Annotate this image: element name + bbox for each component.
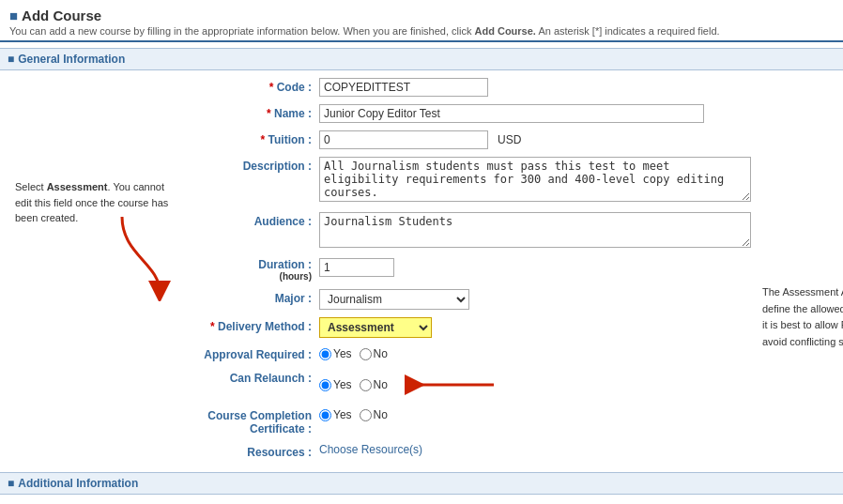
completion-label: Course Completion Certificate :: [169, 406, 319, 435]
audience-label: Audience :: [169, 212, 319, 228]
duration-row: Duration : (hours): [169, 258, 751, 282]
relaunch-label: Can Relaunch :: [169, 369, 319, 385]
collapse-icon-2[interactable]: ■: [8, 477, 14, 490]
plus-icon: ■: [9, 8, 18, 23]
page-subtitle: You can add a new course by filling in t…: [9, 25, 834, 37]
name-input-wrapper: [319, 104, 751, 123]
tuition-input-wrapper: USD: [319, 130, 751, 149]
page-title: ■ Add Course: [9, 8, 834, 23]
completion-no-label: No: [360, 408, 388, 421]
duration-input-wrapper: [319, 258, 751, 277]
relaunch-yes-label: Yes: [319, 378, 352, 391]
approval-yes-label: Yes: [319, 347, 352, 360]
description-row: Description : All Journalism students mu…: [169, 157, 751, 205]
approval-row: Approval Required : Yes No: [169, 345, 751, 361]
major-label: Major :: [169, 289, 319, 305]
relaunch-no-label: No: [360, 378, 388, 391]
name-row: * Name :: [169, 104, 751, 123]
page-wrapper: ■ Add Course You can add a new course by…: [0, 0, 843, 504]
code-input-wrapper: [319, 78, 751, 97]
relaunch-yes-radio[interactable]: [319, 379, 331, 391]
completion-yes-label: Yes: [319, 408, 352, 421]
general-info-section-header: ■ General Information: [0, 48, 843, 70]
description-label: Description :: [169, 157, 319, 173]
audience-row: Audience : Journalism Students: [169, 212, 751, 251]
audience-input-wrapper: Journalism Students: [319, 212, 751, 251]
approval-label: Approval Required :: [169, 345, 319, 361]
approval-yes-radio[interactable]: [319, 348, 331, 360]
relaunch-no-radio[interactable]: [360, 379, 372, 391]
completion-no-radio[interactable]: [360, 409, 372, 421]
resources-label: Resources :: [169, 443, 319, 459]
arrow-relaunch: [405, 371, 498, 399]
code-label: * Code :: [169, 78, 319, 94]
delivery-select[interactable]: Assessment Online Classroom Blended: [319, 317, 432, 338]
duration-input[interactable]: [319, 258, 394, 277]
major-row: Major : Journalism English Communication…: [169, 289, 751, 310]
right-annotation: The Assessment Authoring tool requires t…: [751, 78, 843, 350]
tuition-label: * Tuition :: [169, 130, 319, 146]
code-input[interactable]: [319, 78, 488, 97]
audience-textarea[interactable]: Journalism Students: [319, 212, 751, 248]
completion-yes-radio[interactable]: [319, 409, 331, 421]
relaunch-input-wrapper: Yes No: [319, 369, 751, 399]
left-annotation: Select Assessment. You cannot edit this …: [9, 78, 169, 226]
description-textarea[interactable]: All Journalism students must pass this t…: [319, 157, 751, 202]
tuition-row: * Tuition : USD: [169, 130, 751, 149]
delivery-input-wrapper: Assessment Online Classroom Blended: [319, 317, 751, 338]
delivery-method-row: * Delivery Method : Assessment Online Cl…: [169, 317, 751, 338]
completion-input-wrapper: Yes No: [319, 406, 751, 421]
major-select[interactable]: Journalism English Communications: [319, 289, 469, 310]
currency-label: USD: [498, 133, 521, 146]
approval-no-radio[interactable]: [360, 348, 372, 360]
additional-info-section-header: ■ Additional Information: [0, 472, 843, 495]
form-fields: * Code : * Name : * Tuition :: [169, 78, 751, 466]
page-header: ■ Add Course You can add a new course by…: [0, 0, 843, 42]
choose-resources-link[interactable]: Choose Resource(s): [319, 443, 422, 456]
description-input-wrapper: All Journalism students must pass this t…: [319, 157, 751, 205]
approval-no-label: No: [360, 347, 388, 360]
name-input[interactable]: [319, 104, 704, 123]
resources-input-wrapper: Choose Resource(s): [319, 443, 751, 456]
tuition-input[interactable]: [319, 130, 488, 149]
delivery-label: * Delivery Method :: [169, 317, 319, 333]
arrow-left-annotation: [103, 217, 178, 301]
code-row: * Code :: [169, 78, 751, 97]
approval-input-wrapper: Yes No: [319, 345, 751, 360]
relaunch-row: Can Relaunch : Yes No: [169, 369, 751, 399]
duration-label-wrap: Duration : (hours): [169, 258, 319, 282]
completion-row: Course Completion Certificate : Yes No: [169, 406, 751, 435]
major-input-wrapper: Journalism English Communications: [319, 289, 751, 310]
resources-row: Resources : Choose Resource(s): [169, 443, 751, 459]
name-label: * Name :: [169, 104, 319, 120]
collapse-icon[interactable]: ■: [8, 53, 14, 66]
duration-hours-label: (hours): [280, 271, 312, 282]
duration-label: Duration :: [258, 258, 312, 271]
